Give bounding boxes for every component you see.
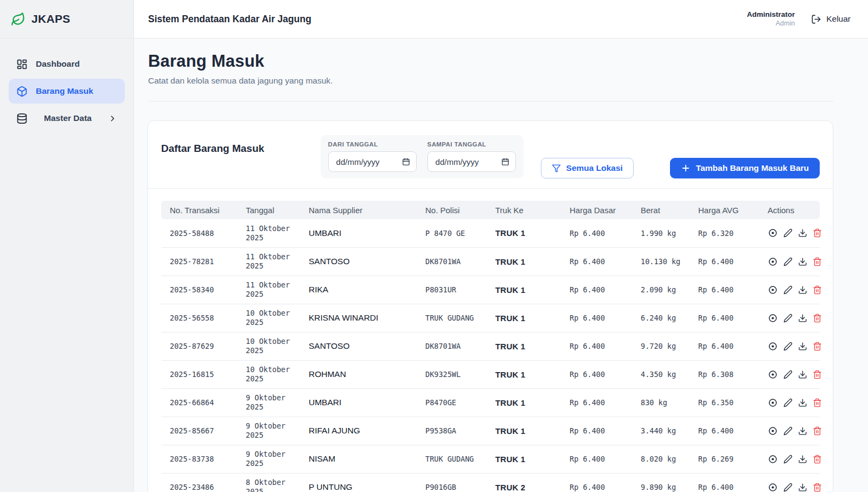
download-icon[interactable] (798, 228, 807, 238)
barang-masuk-table: No. TransaksiTanggalNama SupplierNo. Pol… (161, 201, 820, 492)
edit-icon[interactable] (783, 370, 793, 379)
view-icon[interactable] (768, 313, 778, 323)
view-icon[interactable] (768, 369, 778, 380)
view-icon[interactable] (768, 454, 778, 464)
delete-icon[interactable] (813, 455, 822, 464)
cell-date: 9 Oktober2025 (237, 417, 300, 445)
edit-icon[interactable] (783, 455, 793, 464)
cell-plate: DK9325WL (417, 360, 487, 388)
page-subtitle: Catat dan kelola semua data jagung yang … (148, 76, 868, 86)
cell-truck: TRUK 1 (487, 247, 561, 276)
download-icon[interactable] (798, 314, 807, 323)
cell-base-price: Rp 6.400 (561, 417, 632, 445)
sidebar-item-label: Master Data (36, 113, 100, 123)
cell-base-price: Rp 6.400 (561, 332, 632, 360)
to-date-input[interactable]: dd/mm/yyyy (427, 151, 516, 172)
cell-actions (759, 473, 820, 492)
cell-avg-price: Rp 6.400 (690, 332, 759, 360)
edit-icon[interactable] (783, 398, 793, 407)
logout-icon (811, 14, 821, 24)
location-filter-button[interactable]: Semua Lokasi (541, 158, 634, 178)
download-icon[interactable] (798, 398, 807, 407)
edit-icon[interactable] (783, 426, 793, 436)
cell-weight: 9.720 kg (632, 332, 690, 360)
delete-icon[interactable] (813, 370, 822, 379)
view-icon[interactable] (768, 426, 778, 436)
view-icon[interactable] (768, 482, 778, 492)
download-icon[interactable] (798, 370, 807, 379)
cell-transaction-no: 2025-85667 (161, 417, 237, 445)
cell-weight: 2.090 kg (632, 276, 690, 304)
edit-icon[interactable] (783, 285, 793, 295)
edit-icon[interactable] (783, 483, 793, 492)
sidebar-item-barang-masuk[interactable]: Barang Masuk (9, 79, 125, 104)
cell-avg-price: Rp 6.400 (690, 473, 759, 492)
sidebar-item-master-data[interactable]: Master Data (9, 106, 125, 131)
download-icon[interactable] (798, 455, 807, 464)
logout-button[interactable]: Keluar (811, 14, 851, 24)
database-icon (16, 113, 28, 124)
cell-plate: TRUK GUDANG (417, 445, 487, 473)
cell-actions (759, 332, 820, 360)
edit-icon[interactable] (783, 257, 793, 266)
cell-supplier: RIKA (300, 276, 417, 304)
app-logo-text: JKAPS (31, 12, 71, 25)
view-icon[interactable] (768, 228, 778, 238)
column-header: No. Transaksi (161, 201, 237, 219)
cell-actions (759, 219, 820, 247)
cell-plate: P 8470 GE (417, 219, 487, 247)
cell-plate: P8470GE (417, 388, 487, 417)
cell-truck: TRUK 1 (487, 219, 561, 247)
page-divider (148, 101, 833, 101)
delete-icon[interactable] (813, 398, 822, 407)
edit-icon[interactable] (783, 342, 793, 351)
view-icon[interactable] (768, 257, 778, 267)
card-title: Daftar Barang Masuk (161, 143, 312, 155)
download-icon[interactable] (798, 257, 807, 266)
column-header: Truk Ke (487, 201, 561, 219)
cell-weight: 10.130 kg (632, 247, 690, 276)
cell-transaction-no: 2025-83738 (161, 445, 237, 473)
cell-transaction-no: 2025-87629 (161, 332, 237, 360)
view-icon[interactable] (768, 285, 778, 295)
delete-icon[interactable] (813, 228, 822, 238)
table-row: 2025-234868 Oktober2025P UNTUNGP9016GBTR… (161, 473, 820, 492)
sidebar-item-dashboard[interactable]: Dashboard (9, 52, 125, 76)
cell-truck: TRUK 1 (487, 276, 561, 304)
download-icon[interactable] (798, 285, 807, 295)
download-icon[interactable] (798, 426, 807, 436)
cell-transaction-no: 2025-23486 (161, 473, 237, 492)
view-icon[interactable] (768, 398, 778, 408)
delete-icon[interactable] (813, 483, 822, 492)
download-icon[interactable] (798, 342, 807, 351)
cell-supplier: RIFAI AJUNG (300, 417, 417, 445)
cell-truck: TRUK 2 (487, 473, 561, 492)
table-row: 2025-1681510 Oktober2025ROHMANDK9325WLTR… (161, 360, 820, 388)
cell-truck: TRUK 1 (487, 304, 561, 332)
user-block: Administrator Admin (747, 10, 795, 28)
download-icon[interactable] (798, 483, 807, 492)
sidebar-item-label: Barang Masuk (36, 86, 93, 96)
from-date-input[interactable]: dd/mm/yyyy (328, 151, 417, 172)
delete-icon[interactable] (813, 342, 822, 351)
calendar-icon (402, 158, 410, 166)
edit-icon[interactable] (783, 228, 793, 238)
delete-icon[interactable] (813, 426, 822, 436)
cell-date: 9 Oktober2025 (237, 445, 300, 473)
cell-plate: P8031UR (417, 276, 487, 304)
cell-base-price: Rp 6.400 (561, 360, 632, 388)
table-row: 2025-856679 Oktober2025RIFAI AJUNGP9538G… (161, 417, 820, 445)
cell-transaction-no: 2025-16815 (161, 360, 237, 388)
delete-icon[interactable] (813, 285, 822, 295)
delete-icon[interactable] (813, 314, 822, 323)
edit-icon[interactable] (783, 314, 793, 323)
table-row: 2025-668649 Oktober2025UMBARIP8470GETRUK… (161, 388, 820, 417)
table-row: 2025-5834011 Oktober2025RIKAP8031URTRUK … (161, 276, 820, 304)
add-barang-masuk-button[interactable]: Tambah Barang Masuk Baru (670, 158, 820, 178)
cell-actions (759, 417, 820, 445)
cell-weight: 9.890 kg (632, 473, 690, 492)
delete-icon[interactable] (813, 257, 822, 266)
column-header: Nama Supplier (300, 201, 417, 219)
calendar-icon (501, 158, 509, 166)
view-icon[interactable] (768, 341, 778, 352)
